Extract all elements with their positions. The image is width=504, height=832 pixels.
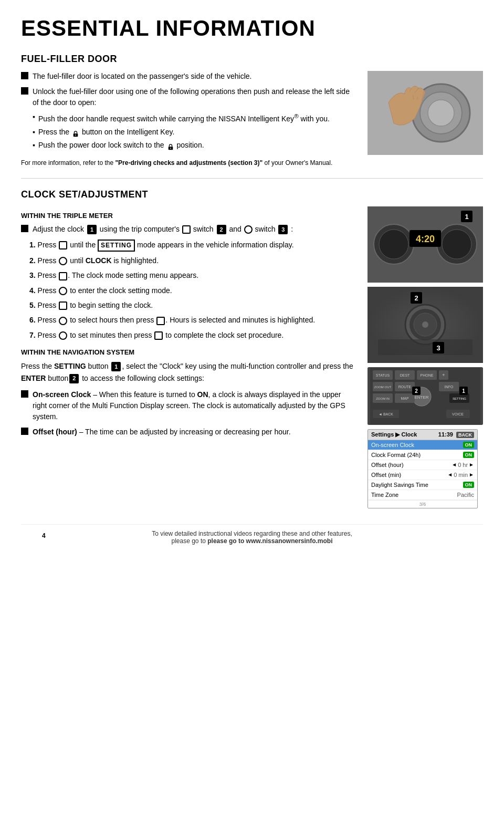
svg-text:ROUTE: ROUTE bbox=[398, 385, 412, 389]
fuel-sub-1: Push the door handle request switch whil… bbox=[33, 111, 357, 124]
and-text: and bbox=[229, 225, 241, 233]
svg-text:3: 3 bbox=[436, 344, 440, 352]
settings-time: 11:39 BACK bbox=[438, 431, 474, 438]
btn-sq-3 bbox=[59, 272, 67, 280]
clock-section-title: CLOCK SET/ADJUSTMENT bbox=[21, 189, 483, 200]
clock-settings-bullet-2: Offset (hour) – The time can be adjusted… bbox=[21, 427, 357, 438]
svg-point-3 bbox=[170, 148, 171, 149]
page-wrapper: ESSENTIAL INFORMATION FUEL-FILLER DOOR T… bbox=[21, 16, 483, 545]
footer-url[interactable]: please go to www.nissanownersinfo.mobi bbox=[207, 537, 332, 545]
svg-text:◄ BACK: ◄ BACK bbox=[379, 412, 393, 416]
fuel-bullet-2: Unlock the fuel-filler door using one of… bbox=[21, 86, 357, 153]
svg-text:4:20: 4:20 bbox=[416, 234, 435, 244]
btn-circ-6 bbox=[59, 317, 67, 325]
offset-hr-value: ◄ 0 hr ► bbox=[452, 462, 474, 468]
offset-min-label: Offset (min) bbox=[371, 472, 401, 478]
setting-bold: SETTING bbox=[54, 362, 86, 370]
section-divider bbox=[21, 178, 483, 179]
offset-hr-label: Offset (hour) bbox=[371, 462, 404, 468]
meter-svg: 4:20 1 bbox=[368, 206, 483, 283]
badge-3: 3 bbox=[278, 225, 288, 234]
step-7: 7. Press to set minutes then press to co… bbox=[29, 329, 357, 341]
settings-row-onscreen: On-screen Clock ON bbox=[368, 440, 477, 450]
cs1-text: On-screen Clock – When this feature is t… bbox=[33, 389, 357, 422]
nav-panel-image: STATUS DEST PHONE + ZOOM OUT ROUTE bbox=[368, 367, 483, 425]
offset-hr-left-arrow[interactable]: ◄ bbox=[452, 462, 457, 467]
badge-2: 2 bbox=[217, 225, 226, 234]
footer-text: To view detailed instructional videos re… bbox=[21, 530, 483, 537]
setting-box: SETTING bbox=[98, 240, 135, 252]
offset-hour-bold: Offset (hour) bbox=[33, 428, 77, 436]
badge-1: 1 bbox=[87, 225, 97, 234]
lock-icon-2 bbox=[167, 142, 174, 149]
knob-switch-image: 2 3 bbox=[368, 287, 483, 363]
settings-row-offset-min: Offset (min) ◄ 0 min ► bbox=[368, 470, 477, 480]
svg-text:ZOOM OUT: ZOOM OUT bbox=[374, 386, 392, 389]
bullet-square-clock bbox=[21, 225, 28, 232]
svg-text:2: 2 bbox=[414, 294, 418, 302]
clock-steps-list: 1. Press until the SETTING mode appears … bbox=[29, 239, 357, 341]
fuel-bullet-list: The fuel-filler door is located on the p… bbox=[21, 71, 357, 153]
clock-settings-bullet-1: On-screen Clock – When this feature is t… bbox=[21, 389, 357, 422]
svg-point-13 bbox=[442, 230, 471, 259]
svg-point-23 bbox=[422, 321, 428, 328]
step-5-num: 5. bbox=[29, 301, 36, 309]
fuel-text-area: The fuel-filler door is located on the p… bbox=[21, 71, 357, 168]
dst-on-badge: ON bbox=[463, 482, 475, 488]
btn-sq-5 bbox=[59, 301, 67, 310]
clock-images-column: 4:20 1 bbox=[368, 206, 483, 508]
offset-min-right-arrow[interactable]: ► bbox=[469, 472, 474, 477]
svg-text:INFO: INFO bbox=[445, 385, 454, 389]
fuel-sub-3-text: Push the power door lock switch to the p… bbox=[38, 140, 204, 151]
fuel-sub-3: Push the power door lock switch to the p… bbox=[33, 140, 357, 151]
svg-text:1: 1 bbox=[465, 213, 468, 221]
colon: : bbox=[291, 225, 293, 233]
fuel-bullet-1-text: The fuel-filler door is located on the p… bbox=[33, 71, 357, 82]
fuel-bullet-2-text: Unlock the fuel-filler door using one of… bbox=[33, 86, 357, 153]
knob-svg: 2 3 bbox=[368, 287, 483, 363]
svg-text:2: 2 bbox=[415, 388, 418, 394]
on-bold: ON bbox=[197, 390, 208, 399]
clock-section: CLOCK SET/ADJUSTMENT WITHIN THE TRIPLE M… bbox=[21, 189, 483, 508]
settings-footer: 3/6 bbox=[368, 500, 477, 508]
offset-min-val: 0 min bbox=[454, 472, 468, 478]
settings-breadcrumb: Settings ▶ Clock bbox=[371, 431, 417, 438]
clock-section-content: WITHIN THE TRIPLE METER Adjust the clock… bbox=[21, 206, 483, 508]
fuel-sub-1-text: Push the door handle request switch whil… bbox=[38, 111, 330, 124]
clock-bullet-1: Adjust the clock 1 using the trip comput… bbox=[21, 224, 357, 235]
svg-text:MAP: MAP bbox=[401, 397, 409, 400]
bullet-sq-cs2 bbox=[21, 428, 28, 435]
offset-hr-right-arrow[interactable]: ► bbox=[469, 462, 474, 467]
svg-text:STATUS: STATUS bbox=[376, 373, 390, 377]
on-screen-clock-bold: On-screen Clock bbox=[33, 390, 91, 399]
fuel-section: FUEL-FILLER DOOR The fuel-filler door is… bbox=[21, 54, 483, 168]
svg-text:PHONE: PHONE bbox=[421, 373, 434, 377]
fuel-section-content: The fuel-filler door is located on the p… bbox=[21, 71, 483, 168]
clock-format-label: Clock Format (24h) bbox=[371, 452, 421, 458]
bullet-sq-cs1 bbox=[21, 390, 28, 398]
footer-link: please go to please go to www.nissanowne… bbox=[21, 537, 483, 545]
nav-badge-2: 2 bbox=[69, 374, 79, 383]
circ-label: switch bbox=[255, 225, 276, 233]
triple-meter-image: 4:20 1 bbox=[368, 206, 483, 283]
settings-row-offset-hr: Offset (hour) ◄ 0 hr ► bbox=[368, 460, 477, 470]
bullet-square-2 bbox=[21, 87, 28, 95]
back-badge: BACK bbox=[456, 432, 474, 438]
offset-min-left-arrow[interactable]: ◄ bbox=[447, 472, 453, 477]
fuel-filler-image bbox=[368, 71, 483, 155]
step-4-num: 4. bbox=[29, 286, 36, 295]
more-info-pre: For more information, refer to the bbox=[21, 159, 113, 167]
format-on-badge: ON bbox=[463, 452, 475, 458]
fuel-sub-2: Press the button on the Intelligent Key. bbox=[33, 127, 357, 138]
step-6-num: 6. bbox=[29, 316, 36, 324]
lock-icon-1 bbox=[72, 129, 79, 136]
settings-row-timezone: Time Zone Pacific bbox=[368, 490, 477, 500]
settings-row-dst: Daylight Savings Time ON bbox=[368, 480, 477, 490]
step-1: 1. Press until the SETTING mode appears … bbox=[29, 239, 357, 252]
more-info-end: of your Owner's Manual. bbox=[265, 159, 333, 167]
more-info-bold: "Pre-driving checks and adjustments (sec… bbox=[115, 159, 262, 167]
timezone-label: Time Zone bbox=[371, 492, 398, 498]
page-footer: To view detailed instructional videos re… bbox=[21, 524, 483, 545]
step-2-num: 2. bbox=[29, 256, 36, 265]
btn-sq-6 bbox=[156, 317, 165, 325]
